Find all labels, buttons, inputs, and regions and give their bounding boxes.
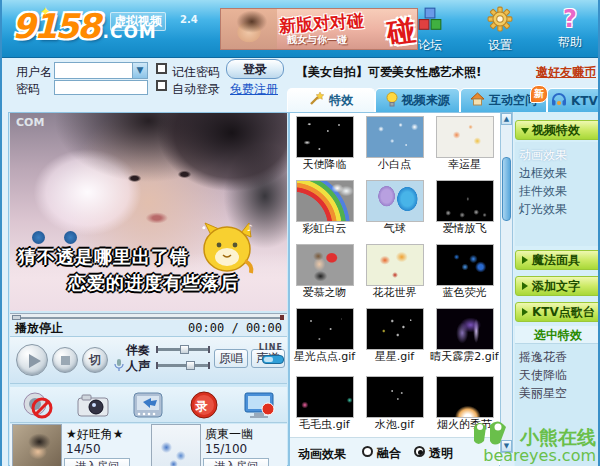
remember-password-label: 记住密码 bbox=[172, 64, 220, 81]
effect-item[interactable]: 毛毛虫.gif bbox=[290, 373, 359, 436]
effect-item[interactable]: 星星.gif bbox=[360, 305, 429, 369]
sidebar-item-border[interactable]: 边框效果 bbox=[515, 164, 600, 182]
sidebar-item-animation[interactable]: 动画效果 bbox=[515, 146, 600, 164]
original-vocal-button[interactable]: 原唱 bbox=[214, 349, 248, 368]
sidebar-section-add-text[interactable]: 添加文字 bbox=[515, 276, 600, 296]
effect-thumbnail bbox=[366, 244, 424, 286]
effect-item[interactable]: 星光点点.gif bbox=[290, 305, 359, 369]
free-register-link[interactable]: 免费注册 bbox=[230, 81, 278, 98]
effect-item[interactable]: 花花世界 bbox=[360, 241, 429, 305]
stop-icon bbox=[61, 356, 70, 365]
transparent-radio[interactable] bbox=[414, 446, 425, 457]
invite-friends-link[interactable]: 邀好友赚币 bbox=[536, 64, 596, 81]
slider-handle[interactable] bbox=[180, 345, 189, 354]
username-input[interactable]: ▼ bbox=[54, 62, 148, 79]
headphones-icon bbox=[551, 92, 567, 109]
disable-webcam-button[interactable] bbox=[21, 390, 55, 420]
username-label: 用户名 bbox=[16, 64, 52, 81]
password-field[interactable] bbox=[54, 80, 148, 95]
effect-thumbnail bbox=[296, 244, 354, 286]
record-button[interactable]: 录 bbox=[187, 390, 221, 420]
scroll-thumb[interactable] bbox=[502, 157, 511, 221]
spark-icon: ✦ bbox=[40, 4, 51, 19]
tool-icon-row: 录 bbox=[10, 387, 287, 423]
effect-item[interactable]: 爱情放飞 bbox=[430, 177, 499, 241]
help-button[interactable]: ? 帮助 bbox=[546, 6, 594, 54]
sidebar-item-pendant[interactable]: 挂件效果 bbox=[515, 182, 600, 200]
effect-item[interactable]: 幸运星 bbox=[430, 113, 499, 177]
snapshot-camera-button[interactable] bbox=[76, 390, 110, 420]
scroll-up-arrow[interactable]: ▲ bbox=[501, 113, 512, 125]
magic-wand-icon bbox=[309, 92, 325, 109]
stop-button[interactable] bbox=[52, 347, 78, 373]
effect-item[interactable]: 天使降临 bbox=[290, 113, 359, 177]
animation-mode-label: 动画效果 bbox=[298, 446, 346, 463]
effect-thumbnail bbox=[436, 116, 494, 158]
effect-thumbnail bbox=[366, 116, 424, 158]
effect-item[interactable]: 爱慕之吻 bbox=[290, 241, 359, 305]
status-row: 播放停止 00:00 / 00:00 bbox=[10, 320, 287, 337]
room-entry: ★好旺角★ 14/50 进入房间 bbox=[10, 424, 148, 466]
seek-bar[interactable] bbox=[10, 313, 287, 320]
video-frame-button[interactable] bbox=[131, 390, 165, 420]
login-button[interactable]: 登录 bbox=[226, 59, 284, 79]
selected-effect-item[interactable]: 天使降临 bbox=[515, 366, 600, 384]
vocal-slider[interactable] bbox=[156, 364, 210, 367]
effect-thumbnail bbox=[436, 376, 494, 418]
logo-version: 2.4 bbox=[180, 14, 198, 25]
sidebar-section-video-effects[interactable]: 视频特效 bbox=[515, 120, 600, 140]
room-entry: 廣東一幽 15/100 进入房间 bbox=[149, 424, 287, 466]
settings-button[interactable]: 设置 bbox=[476, 6, 524, 54]
room-count: 14/50 bbox=[66, 442, 101, 456]
sidebar-section-magic-mask[interactable]: 魔法面具 bbox=[515, 250, 600, 270]
effect-thumbnail bbox=[436, 308, 494, 350]
tab-effects[interactable]: 特效 bbox=[287, 88, 375, 112]
effect-item[interactable]: 小白点 bbox=[360, 113, 429, 177]
selected-effect-item[interactable]: 美丽星空 bbox=[515, 384, 600, 402]
blend-radio[interactable] bbox=[362, 446, 373, 457]
ad-banner[interactable]: 新版对对碰 靓女与你一碰 碰 bbox=[220, 8, 418, 50]
sidebar-item-light[interactable]: 灯光效果 bbox=[515, 200, 600, 218]
tab-ktv[interactable]: KTV bbox=[547, 88, 600, 112]
room-count: 15/100 bbox=[205, 442, 247, 456]
lyric-line-1: 猜不透是哪里出了错 bbox=[18, 245, 189, 269]
transparent-label: 透明 bbox=[429, 445, 453, 462]
room-avatar[interactable] bbox=[12, 424, 62, 466]
net-monitor-button[interactable] bbox=[242, 390, 276, 420]
vocal-label: 人声 bbox=[126, 358, 150, 375]
banner-subtitle: 靓女与你一碰 bbox=[287, 33, 347, 47]
effects-grid: 天使降临 小白点 幸运星 彩虹白云 气球 爱情放飞 爱慕之吻 花花世界 蓝色荧光… bbox=[290, 113, 499, 436]
room-name: ★好旺角★ bbox=[66, 426, 124, 443]
chevron-down-icon[interactable]: ▼ bbox=[132, 63, 147, 78]
tab-video-source[interactable]: 视频来源 bbox=[375, 88, 460, 112]
auto-login-checkbox[interactable] bbox=[156, 80, 167, 91]
triangle-down-icon bbox=[521, 128, 529, 134]
karaoke-dot bbox=[32, 231, 45, 244]
forum-button[interactable]: 论坛 bbox=[406, 6, 454, 54]
effect-item[interactable]: 水泡.gif bbox=[360, 373, 429, 436]
effect-item[interactable]: 蓝色荧光 bbox=[430, 241, 499, 305]
enter-room-button[interactable]: 进入房间 bbox=[203, 458, 269, 466]
slider-handle[interactable] bbox=[186, 361, 195, 370]
remember-password-checkbox[interactable] bbox=[156, 63, 167, 74]
video-display: COM ♪ 猜不透是哪里出了错 恋爱的进度有些落后 bbox=[10, 113, 287, 311]
karaoke-dot bbox=[64, 231, 77, 244]
effect-thumbnail bbox=[366, 376, 424, 418]
question-mark-icon: ? bbox=[563, 6, 577, 32]
effect-item[interactable]: 气球 bbox=[360, 177, 429, 241]
effect-item[interactable]: 彩虹白云 bbox=[290, 177, 359, 241]
line-label: LINE bbox=[259, 343, 283, 352]
accompaniment-slider[interactable] bbox=[156, 348, 210, 351]
play-button[interactable] bbox=[16, 344, 48, 376]
room-avatar[interactable] bbox=[151, 424, 201, 466]
app-logo: ✦ 9158 .COM 虚拟视频 2.4 bbox=[12, 6, 212, 54]
switch-button[interactable]: 切 bbox=[82, 347, 108, 373]
house-icon bbox=[470, 92, 485, 109]
effect-item[interactable]: 晴天霹雳2.gif bbox=[430, 305, 499, 381]
line-toggle[interactable] bbox=[262, 355, 284, 364]
enter-room-button[interactable]: 进入房间 bbox=[64, 458, 130, 466]
sidebar-section-ktv[interactable]: KTV点歌台 bbox=[515, 302, 600, 322]
effects-scrollbar[interactable]: ▲ ▼ bbox=[500, 112, 513, 453]
selected-effect-item[interactable]: 摇逸花香 bbox=[515, 348, 600, 366]
tab-interactive-space[interactable]: 互动空间 新 bbox=[460, 88, 547, 112]
